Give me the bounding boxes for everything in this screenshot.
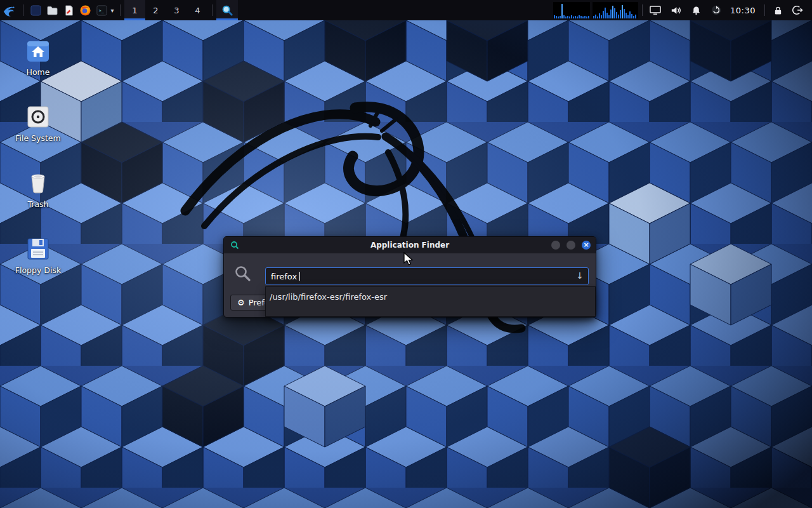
app-window-icon	[30, 4, 42, 17]
workspace-switcher: 1 2 3 4	[124, 0, 208, 20]
desktop: >_ ▾ 1 2 3 4	[0, 0, 812, 508]
text-caret	[299, 272, 300, 281]
panel-separator	[642, 4, 643, 16]
display-icon[interactable]	[649, 4, 662, 17]
taskbar-application-finder[interactable]	[216, 0, 238, 20]
lock-icon[interactable]	[771, 4, 784, 17]
session-controls	[771, 4, 804, 17]
panel-separator	[212, 4, 213, 16]
search-input[interactable]	[266, 268, 588, 284]
trash-icon	[24, 169, 52, 197]
volume-icon[interactable]	[669, 4, 682, 17]
chevron-down-icon[interactable]: ▾	[108, 7, 116, 14]
search-entry[interactable]: ↓	[265, 267, 589, 285]
file-manager-button[interactable]	[44, 0, 60, 20]
workspace-1[interactable]: 1	[124, 0, 145, 20]
workspace-3[interactable]: 3	[166, 0, 187, 20]
network-graph[interactable]	[593, 2, 638, 18]
text-editor-button[interactable]	[60, 0, 77, 20]
logout-icon[interactable]	[792, 4, 804, 17]
system-tray	[649, 4, 723, 17]
panel-separator	[23, 4, 23, 16]
top-panel: >_ ▾ 1 2 3 4	[0, 0, 812, 20]
completion-item[interactable]: /usr/lib/firefox-esr/firefox-esr	[266, 287, 595, 302]
svg-text:>_: >_	[98, 8, 103, 13]
window-title: Application Finder	[224, 241, 596, 250]
terminal-launcher-button[interactable]: >_	[93, 0, 110, 20]
updates-icon[interactable]	[710, 4, 723, 17]
panel-separator	[120, 4, 121, 16]
applications-menu-button[interactable]	[0, 0, 19, 20]
home-icon	[24, 37, 52, 65]
file-system-icon	[24, 103, 52, 131]
application-finder-window: Application Finder × ↓ ⚙ Preferences /us…	[223, 236, 596, 318]
close-button[interactable]: ×	[582, 241, 591, 250]
desktop-icon-label: Floppy Disk	[15, 265, 61, 275]
completion-popup: /usr/lib/firefox-esr/firefox-esr	[265, 286, 596, 317]
firefox-launcher-button[interactable]	[77, 0, 93, 20]
desktop-icon-label: File System	[15, 133, 61, 143]
titlebar[interactable]: Application Finder ×	[224, 237, 596, 253]
magnifier-icon	[221, 4, 233, 17]
desktop-icon-floppy-disk[interactable]: Floppy Disk	[10, 235, 66, 277]
cpu-graph[interactable]	[553, 2, 590, 18]
workspace-4[interactable]: 4	[187, 0, 208, 20]
notifications-bell-icon[interactable]	[690, 4, 702, 17]
desktop-icon-label: Home	[27, 67, 50, 77]
application-finder-icon	[230, 241, 239, 250]
desktop-icon-list: Home File System Trash	[10, 37, 66, 301]
dropdown-arrow-icon[interactable]: ↓	[576, 271, 584, 281]
search-icon	[234, 265, 252, 283]
desktop-icon-trash[interactable]: Trash	[10, 169, 66, 211]
clock[interactable]: 10:30	[730, 6, 756, 15]
kali-logo-icon	[2, 3, 17, 18]
workspace-2[interactable]: 2	[145, 0, 166, 20]
desktop-icon-file-system[interactable]: File System	[10, 103, 66, 145]
maximize-button[interactable]	[566, 241, 575, 250]
gear-icon: ⚙	[237, 298, 245, 307]
desktop-icon-label: Trash	[27, 199, 48, 209]
minimize-button[interactable]	[551, 241, 560, 250]
panel-separator	[764, 4, 765, 16]
desktop-icon-home[interactable]: Home	[10, 37, 66, 79]
firefox-icon	[79, 4, 91, 17]
terminal-icon: >_	[96, 4, 108, 17]
floppy-disk-icon	[24, 235, 52, 263]
folder-icon	[46, 4, 58, 17]
launcher-bar: >_ ▾	[27, 0, 116, 20]
document-icon	[63, 4, 75, 17]
launcher-app-button[interactable]	[27, 0, 44, 20]
